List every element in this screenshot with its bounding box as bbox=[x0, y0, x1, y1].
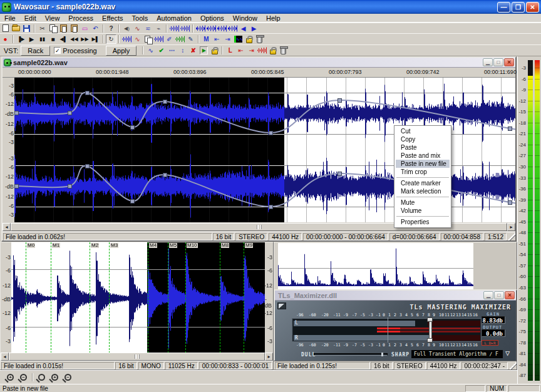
plugin-minimize[interactable]: ▁ bbox=[483, 291, 493, 299]
stretch3-button[interactable] bbox=[217, 24, 227, 33]
scroll-left-arrow[interactable]: ◂ bbox=[1, 353, 9, 361]
env-points-button[interactable]: ⋯ bbox=[167, 46, 177, 55]
plugin-maximize[interactable]: □ bbox=[494, 291, 504, 299]
wave-zoom2-button[interactable] bbox=[180, 24, 190, 33]
envelope-curve-button[interactable]: ∿ bbox=[145, 46, 156, 55]
loop-left-button[interactable]: ⇤ bbox=[235, 46, 246, 55]
help-button[interactable]: ? bbox=[106, 24, 116, 33]
delete-markers-button[interactable] bbox=[254, 34, 265, 44]
menu-view[interactable]: View bbox=[41, 14, 64, 23]
menu-automation[interactable]: Automation bbox=[152, 14, 196, 23]
context-menu-item[interactable]: Create marker bbox=[396, 179, 450, 187]
plugin-titlebar[interactable]: TLs_Maximizer.dll ▁ □ ✕ bbox=[275, 291, 516, 301]
loop-wave-button[interactable] bbox=[257, 46, 267, 55]
draw-wave-button[interactable]: ✐ bbox=[164, 34, 175, 44]
next-button[interactable]: ▶ bbox=[249, 24, 259, 33]
loop-right-button[interactable]: ⇥ bbox=[246, 46, 257, 55]
lock-env-button[interactable] bbox=[209, 46, 220, 55]
link-button[interactable]: L D▸R bbox=[482, 340, 498, 346]
curve-button[interactable]: ∿ bbox=[132, 24, 143, 33]
timeline-ruler[interactable]: 00:00:00:00000:00:01:94800:00:03:89600:0… bbox=[3, 68, 515, 78]
main-window-titlebar[interactable]: sample022b.wav ▁ □ ✕ bbox=[3, 58, 515, 68]
wave-box-button[interactable]: ∿∿ bbox=[233, 34, 244, 44]
apply-env-button[interactable]: ✔ bbox=[156, 46, 167, 55]
paste-button[interactable] bbox=[58, 24, 69, 33]
copy-red-button[interactable] bbox=[143, 34, 153, 44]
context-menu-item[interactable]: Paste and mix bbox=[396, 152, 450, 160]
lock-loop-button[interactable] bbox=[267, 46, 278, 55]
env-vert-button[interactable]: ↕ bbox=[177, 46, 188, 55]
context-menu-item[interactable]: Properties bbox=[396, 218, 450, 226]
paste-special-button[interactable] bbox=[69, 24, 80, 33]
kick-button[interactable] bbox=[175, 34, 185, 44]
context-menu-item[interactable]: Volume bbox=[396, 207, 450, 215]
stretch1-button[interactable] bbox=[195, 24, 206, 33]
stats-button[interactable]: ∿ bbox=[132, 34, 143, 44]
vst-apply-button[interactable]: Apply bbox=[106, 46, 137, 56]
stop-button[interactable]: ■ bbox=[48, 34, 58, 44]
cut-button[interactable]: ✂ bbox=[37, 24, 48, 33]
speaker-button[interactable]: ◀) bbox=[121, 24, 132, 33]
context-menu-item[interactable]: Cut bbox=[396, 127, 450, 135]
context-menu-item[interactable]: Trim crop bbox=[396, 168, 450, 176]
close-button[interactable]: ✕ bbox=[526, 2, 539, 13]
maximize-button[interactable]: ❐ bbox=[512, 2, 525, 13]
context-menu-item[interactable]: Mark selection bbox=[396, 187, 450, 195]
loop-l-button[interactable]: L bbox=[225, 46, 235, 55]
processing-checkbox[interactable]: ✓ bbox=[54, 47, 61, 54]
copy-button[interactable] bbox=[48, 24, 58, 33]
zoom-vertical-in-icon[interactable]: + bbox=[51, 374, 58, 381]
left-hscrollbar[interactable]: ◂ ▸ bbox=[1, 353, 273, 361]
menu-options[interactable]: Options bbox=[196, 14, 229, 23]
record-button[interactable]: ● bbox=[0, 34, 11, 44]
menu-file[interactable]: File bbox=[0, 14, 20, 23]
prev-button[interactable]: ◀ bbox=[238, 24, 249, 33]
menu-process[interactable]: Process bbox=[64, 14, 98, 23]
zoom-in-icon[interactable]: + bbox=[7, 374, 14, 381]
pause-button[interactable]: ▮▮ bbox=[37, 34, 48, 44]
small-waveform[interactable] bbox=[278, 243, 473, 289]
save-file-button[interactable] bbox=[21, 24, 32, 33]
app-titlebar[interactable]: Wavosaur - sample022b.wav — ❐ ✕ bbox=[0, 0, 541, 14]
marker-right-button[interactable]: ⇥ bbox=[222, 34, 233, 44]
plugin-close[interactable]: ✕ bbox=[505, 291, 515, 299]
marker-m-button[interactable]: M bbox=[201, 34, 212, 44]
scroll-right-arrow[interactable]: ▸ bbox=[507, 223, 515, 231]
new-file-button[interactable] bbox=[0, 24, 11, 33]
ffwd-button[interactable]: ▶▶ bbox=[80, 34, 90, 44]
delete-loop-button[interactable] bbox=[278, 46, 289, 55]
markers-button[interactable] bbox=[153, 34, 164, 44]
context-menu-item[interactable]: Paste bbox=[396, 143, 450, 152]
stretch2-button[interactable] bbox=[206, 24, 217, 33]
dull-sharp-slider[interactable] bbox=[314, 353, 388, 356]
context-menu-item[interactable]: Copy bbox=[396, 135, 450, 143]
context-menu-item[interactable]: Paste in new file bbox=[396, 160, 450, 168]
go-start-button[interactable]: ◀▌ bbox=[58, 34, 69, 44]
vst-rack-button[interactable]: Rack bbox=[21, 46, 50, 56]
rew-button[interactable]: ◀◀ bbox=[69, 34, 80, 44]
menu-help[interactable]: Help bbox=[262, 14, 285, 23]
pencil-button[interactable]: ✎ bbox=[185, 34, 196, 44]
scroll-thumb[interactable] bbox=[9, 353, 265, 361]
open-file-button[interactable] bbox=[11, 24, 21, 33]
menu-window[interactable]: Window bbox=[229, 14, 262, 23]
go-end-button[interactable]: ▶▌ bbox=[90, 34, 101, 44]
wrench-button[interactable]: ⌁ bbox=[153, 24, 164, 33]
menu-effects[interactable]: Effects bbox=[98, 14, 127, 23]
wave-zoom-button[interactable] bbox=[169, 24, 180, 33]
play-button[interactable]: ▶ bbox=[26, 34, 37, 44]
marker-waveform[interactable] bbox=[11, 242, 266, 353]
menu-edit[interactable]: Edit bbox=[20, 14, 41, 23]
scroll-left-arrow[interactable]: ◂ bbox=[3, 223, 11, 231]
delete-env-button[interactable]: ✘ bbox=[188, 46, 198, 55]
zoom-vertical-out-icon[interactable]: − bbox=[64, 374, 71, 381]
play-start-button[interactable]: ▐▶ bbox=[16, 34, 26, 44]
insert-wave-button[interactable] bbox=[121, 34, 132, 44]
main-win-minimize[interactable]: ▁ bbox=[483, 58, 493, 66]
stretch4-button[interactable] bbox=[227, 24, 238, 33]
undo-button[interactable]: ↶ bbox=[90, 24, 101, 33]
zoom-out-icon[interactable]: − bbox=[20, 374, 27, 381]
main-win-maximize[interactable]: □ bbox=[493, 58, 503, 66]
algorithm-display[interactable]: Full Transient Algorithm ∕ F bbox=[411, 350, 503, 358]
loop-button[interactable]: ↻ bbox=[106, 34, 116, 44]
